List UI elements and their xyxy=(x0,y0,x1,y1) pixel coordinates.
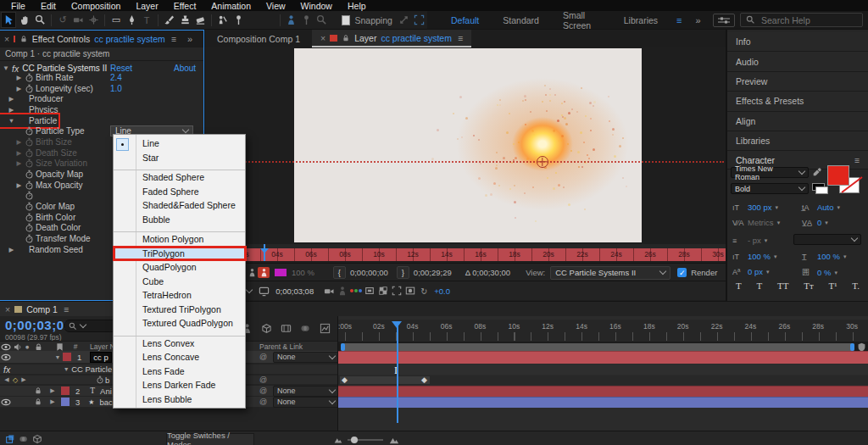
parent-select[interactable]: None xyxy=(273,352,339,363)
lasso-icon[interactable] xyxy=(315,13,329,27)
stopwatch-icon[interactable] xyxy=(24,148,35,158)
expand-triangle-icon[interactable]: ▶ xyxy=(14,181,24,189)
expand-triangle-icon[interactable]: ▶ xyxy=(14,138,24,146)
parent-select[interactable]: None xyxy=(273,386,339,397)
dropdown-menu-item[interactable]: Lens Convex xyxy=(114,336,245,351)
workspace-people-icon[interactable] xyxy=(285,13,298,27)
playhead-line[interactable] xyxy=(397,323,398,423)
expand-triangle-icon[interactable]: ▶ xyxy=(14,159,24,167)
dock-section-header[interactable]: Info xyxy=(727,32,868,52)
stopwatch-icon[interactable] xyxy=(24,170,35,179)
dock-section-header[interactable]: Align xyxy=(727,112,868,131)
stopwatch-icon[interactable] xyxy=(24,181,35,190)
dropdown-menu-item[interactable]: Lens Fade xyxy=(114,364,245,379)
layer-label-swatch[interactable] xyxy=(61,398,70,406)
fill-stroke-color-block[interactable] xyxy=(827,165,861,194)
pickwhip-icon[interactable]: @ xyxy=(259,375,267,384)
channels-rgb-icon[interactable] xyxy=(349,289,363,292)
out-point-icon[interactable]: } xyxy=(397,266,409,279)
workspace-item[interactable]: Small Screen xyxy=(551,10,612,31)
layer-label-swatch[interactable] xyxy=(61,387,70,395)
type-tool-icon[interactable]: T xyxy=(140,13,153,27)
dropdown-menu-item[interactable]: Lens Bubble xyxy=(114,392,245,407)
snapping-checkbox[interactable] xyxy=(342,15,350,25)
current-time-display[interactable]: 0;00;03;08 xyxy=(5,318,71,332)
out-point-time[interactable]: 0;00;29;29 xyxy=(414,268,452,277)
stopwatch-icon[interactable] xyxy=(24,137,35,147)
zoom-knob[interactable] xyxy=(351,437,358,443)
stopwatch-icon[interactable] xyxy=(24,159,35,168)
dropdown-menu-item[interactable]: Faded Sphere xyxy=(114,185,245,199)
dock-section-header[interactable]: Effects & Presets xyxy=(727,92,868,111)
fill-color-swatch[interactable] xyxy=(827,165,849,186)
faux-style-button[interactable]: T¹ xyxy=(829,281,837,291)
stopwatch-icon[interactable] xyxy=(24,202,35,211)
dropdown-menu-item[interactable]: QuadPolygon xyxy=(114,260,245,275)
pickwhip-icon[interactable]: @ xyxy=(259,353,267,361)
parent-select[interactable]: None xyxy=(273,397,339,408)
dock-section-header[interactable]: Preview xyxy=(727,72,868,92)
layer-name[interactable]: cc p xyxy=(90,352,111,363)
eye-icon[interactable] xyxy=(0,398,12,406)
clone-stamp-tool-icon[interactable] xyxy=(178,13,192,27)
stopwatch-icon[interactable] xyxy=(24,126,35,136)
faux-style-button[interactable]: Tᴛ xyxy=(804,281,814,291)
dropdown-menu-item[interactable]: Textured QuadPolygon xyxy=(114,316,245,331)
dock-section-header[interactable]: Audio xyxy=(727,52,868,71)
stroke-width-field[interactable]: ≡- px▾ xyxy=(732,236,767,245)
dropdown-menu-item[interactable]: Textured TriPolygon xyxy=(114,303,245,317)
puppet-pin-tool-icon[interactable] xyxy=(231,13,245,27)
menu-item[interactable]: View xyxy=(259,1,293,11)
dropdown-menu-item[interactable]: Star xyxy=(114,151,245,165)
composition-canvas[interactable] xyxy=(294,48,642,242)
pan-behind-tool-icon[interactable] xyxy=(86,13,100,27)
property-label[interactable]: Size Variation xyxy=(36,159,87,168)
motion-blur-icon[interactable] xyxy=(300,323,311,334)
expand-triangle-icon[interactable]: ▶ xyxy=(7,106,16,114)
pickwhip-icon[interactable]: @ xyxy=(259,387,267,395)
effect-name[interactable]: CC Particle xyxy=(71,364,112,374)
horizontal-scale-field[interactable]: T̲100 %▾ xyxy=(802,252,846,261)
twirl-icon[interactable]: ▼ xyxy=(61,366,71,372)
property-value[interactable]: 2.4 xyxy=(110,73,122,82)
parent-link-column[interactable]: Parent & Link xyxy=(259,342,303,351)
search-help-box[interactable] xyxy=(740,13,863,27)
frame-blending-icon[interactable] xyxy=(261,323,272,334)
property-label[interactable]: Particle Type xyxy=(36,126,85,136)
stroke-style-select[interactable] xyxy=(793,234,861,245)
dropdown-menu-item[interactable]: Shaded&Faded Sphere xyxy=(114,198,245,213)
faux-style-button[interactable]: TT xyxy=(777,281,788,291)
layer-1-duration-bar[interactable] xyxy=(338,351,868,364)
active-person-icon[interactable] xyxy=(258,267,270,278)
effect-controls-tab[interactable]: Effect Controls xyxy=(32,34,91,44)
playhead-handle[interactable] xyxy=(392,321,402,333)
keyframe-diamond[interactable]: ◆ xyxy=(421,375,427,385)
dropdown-menu-item[interactable]: Line xyxy=(114,136,245,151)
effect-property-row[interactable]: ▶ Physics xyxy=(0,104,204,115)
stopwatch-icon[interactable] xyxy=(24,73,35,82)
property-label[interactable]: Death Size xyxy=(36,148,77,158)
stopwatch-icon[interactable] xyxy=(24,234,35,243)
film-icon[interactable] xyxy=(281,323,292,334)
keyframe-track[interactable]: ◆ ◆ xyxy=(338,375,868,385)
menu-item[interactable]: File xyxy=(3,1,33,11)
eyedropper-icon[interactable] xyxy=(812,167,822,177)
property-label[interactable]: Birth Size xyxy=(36,137,72,147)
pickwhip-icon[interactable]: @ xyxy=(259,398,267,406)
exposure-value[interactable]: +0.0 xyxy=(434,286,450,296)
close-icon[interactable]: × xyxy=(5,304,10,314)
layer-name[interactable]: Ani xyxy=(100,387,112,396)
current-time[interactable]: 0;00;03;08 xyxy=(275,286,314,296)
expand-triangle-icon[interactable]: ▼ xyxy=(7,117,16,125)
faux-style-button[interactable]: T. xyxy=(852,281,860,291)
region-of-interest-icon[interactable] xyxy=(363,286,376,296)
font-family-select[interactable]: Times New Roman xyxy=(731,167,809,178)
effect-track[interactable]: I xyxy=(338,364,868,375)
faux-style-button[interactable]: T xyxy=(736,281,742,291)
property-label[interactable]: Transfer Mode xyxy=(36,234,91,243)
prev-keyframe-icon[interactable]: ◀ xyxy=(3,376,11,383)
dropdown-menu-item[interactable]: TetraHedron xyxy=(114,288,245,303)
expand-layers-icon[interactable] xyxy=(3,434,17,444)
motion-blur-icon[interactable] xyxy=(31,434,44,444)
effect-property-row[interactable]: ▼ Particle xyxy=(0,115,204,126)
